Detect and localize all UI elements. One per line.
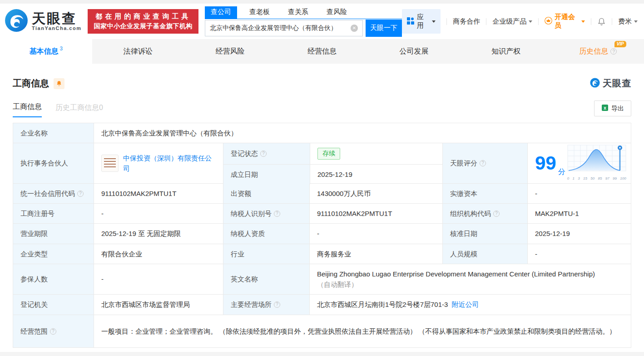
divider xyxy=(612,18,612,25)
watermark-text: 天眼查 xyxy=(603,77,631,90)
export-button[interactable]: x 导出 xyxy=(594,100,631,116)
tab-operation-risk[interactable]: 经营风险 xyxy=(184,39,276,64)
apps-grid-icon xyxy=(407,17,414,26)
open-vip-button[interactable]: 开通会员 xyxy=(545,13,585,30)
company-name-value: 北京中保鲁高企业发展管理中心（有限合伙） xyxy=(94,123,631,143)
reg-number-value: - xyxy=(94,204,223,223)
table-row: 营业期限 2025-12-19 至 无固定期限 纳税人资质 - 核准日期 202… xyxy=(13,224,631,244)
table-row: 企业名称 北京中保鲁高企业发展管理中心（有限合伙） xyxy=(13,123,631,143)
company-type-value: 有限合伙企业 xyxy=(94,244,223,264)
clear-search-icon[interactable]: ✕ xyxy=(351,25,358,32)
help-icon[interactable]: ? xyxy=(50,328,56,335)
auto-translate-note: （自动翻译） xyxy=(317,279,358,290)
industry-value: 商务服务业 xyxy=(309,244,442,264)
credit-code-value: 91110102MAK2PMTU1T xyxy=(94,184,223,203)
help-icon[interactable]: ? xyxy=(480,160,486,166)
menu-cooperation[interactable]: 商务合作 xyxy=(453,17,480,26)
subtab-history-business-info[interactable]: 历史工商信息0 xyxy=(55,103,103,117)
reg-authority-value: 北京市西城区市场监督管理局 xyxy=(94,295,223,315)
section-title: 工商信息 xyxy=(13,77,49,90)
help-icon[interactable]: ? xyxy=(493,211,500,217)
est-date-label: 成立日期 xyxy=(223,165,310,184)
search-button[interactable]: 天眼一下 xyxy=(366,20,402,37)
paid-capital-label: 实缴资本 xyxy=(442,184,527,203)
apps-menu[interactable]: 应用 xyxy=(402,9,441,34)
taxpayer-quality-label: 纳税人资质 xyxy=(223,224,309,244)
top-strip xyxy=(0,0,644,4)
search-tab-boss[interactable]: 查老板 xyxy=(243,6,276,19)
help-icon[interactable]: ? xyxy=(274,211,280,217)
user-menu[interactable]: 费米 xyxy=(618,17,638,26)
crown-icon xyxy=(545,17,552,26)
insured-count-value: - xyxy=(94,264,223,294)
banner-line1: 都在用的商业查询工具 xyxy=(94,12,193,21)
org-code-label: 组织机构代码 xyxy=(450,208,491,219)
business-term-value: 2025-12-19 至 无固定期限 xyxy=(94,224,223,244)
score-chart-axis: 0131550859799100 xyxy=(567,176,626,181)
chevron-down-icon xyxy=(634,20,638,23)
business-info-table: 企业名称 北京中保鲁高企业发展管理中心（有限合伙） 执行事务合伙人 中保投资（深… xyxy=(13,123,631,348)
tab-company-development[interactable]: 公司发展 xyxy=(368,39,460,64)
tianyancha-eye-icon xyxy=(5,9,28,34)
staff-size-value: - xyxy=(527,244,631,264)
chevron-down-icon xyxy=(581,20,585,23)
promo-banner: 都在用的商业查询工具 国家中小企业发展子基金旗下机构 xyxy=(88,9,198,34)
english-name-label: 英文名称 xyxy=(223,264,309,294)
subscribe-bell-icon[interactable] xyxy=(54,78,64,89)
chevron-down-icon xyxy=(432,20,436,23)
tab-intellectual-property[interactable]: 知识产权 xyxy=(460,39,552,64)
divider xyxy=(486,18,486,25)
table-row: 执行事务合伙人 中保投资（深圳）有限责任公司 登记状态 ? 存续 成立日期 xyxy=(13,143,631,184)
menu-enterprise-products[interactable]: 企业级产品 xyxy=(492,17,532,26)
executive-partner-label: 执行事务合伙人 xyxy=(13,143,94,183)
search-area: 查公司 查老板 查关系 查风险 北京中保鲁高企业发展管理中心（有限合伙） ✕ 天… xyxy=(205,6,402,37)
chevron-down-icon xyxy=(529,20,532,23)
help-icon[interactable]: ? xyxy=(610,48,617,55)
approval-date-value: 2025-12-19 xyxy=(527,224,631,244)
search-tab-relation[interactable]: 查关系 xyxy=(282,6,314,19)
score-label: 天眼评分 xyxy=(450,158,477,168)
tab-operation-info[interactable]: 经营信息 xyxy=(276,39,368,64)
paid-capital-value: - xyxy=(527,184,631,203)
search-tab-company[interactable]: 查公司 xyxy=(205,6,237,19)
company-nav-tabs: 基本信息 3 法律诉讼 经营风险 经营信息 公司发展 知识产权 VIP 历史信息… xyxy=(0,39,644,64)
score-unit: 分 xyxy=(558,166,565,178)
approval-date-label: 核准日期 xyxy=(442,224,527,244)
insured-count-label: 参保人数 xyxy=(13,264,94,294)
business-place-value: 北京市西城区月坛南街1号院2号楼7层701-3 xyxy=(317,299,448,310)
search-tab-risk[interactable]: 查风险 xyxy=(321,6,353,19)
search-input[interactable]: 北京中保鲁高企业发展管理中心（有限合伙） ✕ xyxy=(205,20,363,36)
tab-basic-info[interactable]: 基本信息 3 xyxy=(0,39,92,64)
vip-badge: VIP xyxy=(614,41,626,47)
watermark-logo: 天眼查 xyxy=(590,77,631,90)
help-icon[interactable]: ? xyxy=(260,150,267,157)
partner-company-logo xyxy=(101,155,119,172)
tab-legal-litigation[interactable]: 法律诉讼 xyxy=(92,39,184,64)
capital-label: 出资额 xyxy=(223,184,309,203)
table-row: 企业类型 有限合伙企业 行业 商务服务业 人员规模 - xyxy=(13,244,631,264)
subtab-business-info[interactable]: 工商信息 xyxy=(13,102,42,117)
taxpayer-id-label: 纳税人识别号 xyxy=(231,208,272,219)
score-value: 99 xyxy=(535,154,556,173)
nearby-companies-link[interactable]: 附近公司 xyxy=(451,299,479,310)
banner-line2: 国家中小企业发展子基金旗下机构 xyxy=(94,22,193,30)
divider xyxy=(446,18,447,25)
notifications-bell-icon[interactable] xyxy=(597,17,606,26)
english-name-value: Beijing Zhongbao Lugao Enterprise Develo… xyxy=(317,269,595,279)
tianyancha-eye-icon xyxy=(590,78,600,90)
industry-label: 行业 xyxy=(223,244,309,264)
executive-partner-link[interactable]: 中保投资（深圳）有限责任公司 xyxy=(123,153,216,174)
apps-label: 应用 xyxy=(417,13,427,30)
svg-text:x: x xyxy=(604,105,606,110)
reg-number-label: 工商注册号 xyxy=(13,204,94,223)
tab-history-info[interactable]: VIP 历史信息 ? xyxy=(552,39,644,64)
business-scope-label: 经营范围 xyxy=(20,326,48,336)
tab-count: 3 xyxy=(59,45,63,52)
reg-authority-label: 登记机关 xyxy=(13,295,94,315)
taxpayer-id-value: 91110102MAK2PMTU1T xyxy=(309,204,442,223)
tianyancha-logo[interactable]: 天眼查 TianYanCha.com xyxy=(5,9,81,34)
table-row: 登记机关 北京市西城区市场监督管理局 主要经营场所 ? 北京市西城区月坛南街1号… xyxy=(13,295,631,315)
help-icon[interactable]: ? xyxy=(274,301,280,308)
footer-strip xyxy=(0,352,644,356)
help-icon[interactable]: ? xyxy=(77,191,84,197)
